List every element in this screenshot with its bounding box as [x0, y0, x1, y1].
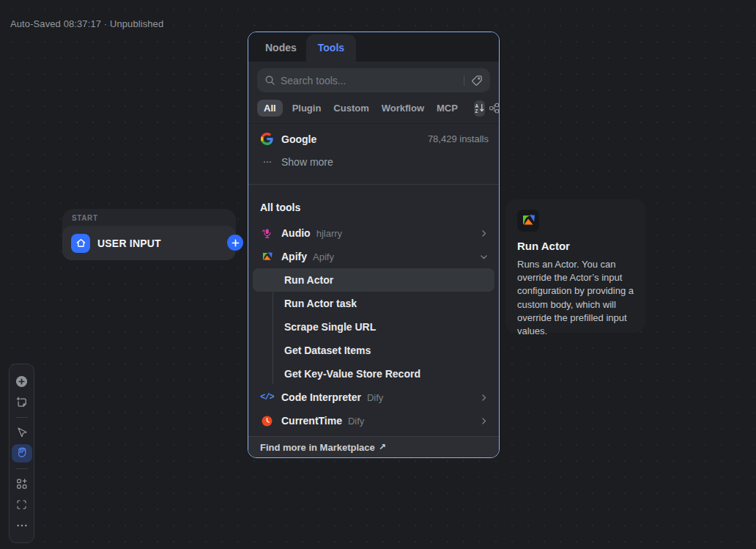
- all-tools-header: All tools: [248, 196, 499, 218]
- tree-view-button[interactable]: [489, 100, 500, 117]
- tab-tools[interactable]: Tools: [306, 34, 356, 62]
- external-link-arrow-icon: ↗: [379, 442, 386, 452]
- organize-blocks-button[interactable]: [12, 475, 32, 493]
- tool-author: Dify: [348, 416, 364, 427]
- search-icon: [264, 75, 275, 86]
- panel-tabs: Nodes Tools: [248, 32, 499, 62]
- tool-row-currenttime[interactable]: CurrentTime Dify: [248, 409, 499, 432]
- tool-row-code-interpreter[interactable]: </> Code Interpreter Dify: [248, 386, 499, 409]
- hand-icon: [15, 447, 28, 460]
- canvas-toolbar[interactable]: [9, 364, 34, 543]
- filter-mcp[interactable]: MCP: [437, 103, 458, 114]
- filter-custom[interactable]: Custom: [333, 103, 368, 114]
- node-title: USER INPUT: [97, 237, 161, 249]
- autosave-status: Auto-Saved 08:37:17 · Unpublished: [10, 18, 163, 29]
- hand-mode-button[interactable]: [12, 444, 32, 462]
- search-box[interactable]: [257, 68, 490, 92]
- footer-label: Find more in Marketplace: [260, 442, 375, 453]
- pointer-icon: [15, 427, 28, 439]
- fit-view-icon: [15, 498, 28, 511]
- search-input[interactable]: [281, 75, 459, 86]
- plus-icon: [231, 239, 240, 247]
- filter-all[interactable]: All: [257, 100, 283, 117]
- sort-az-button[interactable]: A Z: [474, 100, 485, 117]
- organize-icon: [15, 477, 29, 490]
- plus-circle-icon: [15, 375, 29, 388]
- tab-nodes[interactable]: Nodes: [256, 34, 306, 62]
- sort-az-icon: A Z: [474, 103, 485, 114]
- tool-name: Audio: [281, 227, 311, 239]
- filter-workflow[interactable]: Workflow: [382, 103, 424, 114]
- tool-name: CurrentTime: [281, 415, 342, 427]
- tool-author: Dify: [367, 392, 383, 403]
- filter-row: All Plugin Custom Workflow MCP A Z: [248, 98, 499, 124]
- filter-plugin[interactable]: Plugin: [292, 103, 322, 114]
- add-node-button[interactable]: [12, 372, 32, 390]
- ellipsis-icon: [16, 523, 28, 528]
- show-more-label: Show more: [281, 156, 333, 168]
- tool-list[interactable]: Google 78,429 installs Show more All too…: [248, 124, 499, 436]
- ellipsis-icon: [260, 155, 274, 169]
- action-run-actor-task[interactable]: Run Actor task: [253, 292, 494, 315]
- svg-text:Z: Z: [475, 108, 478, 114]
- tree-view-icon: [489, 103, 500, 114]
- tool-author: Apify: [313, 251, 334, 262]
- toolbar-divider: [16, 417, 28, 418]
- audio-icon: [260, 226, 274, 240]
- marketplace-plugin-row[interactable]: Google 78,429 installs: [248, 128, 499, 150]
- home-icon: [71, 234, 90, 253]
- tool-row-audio[interactable]: Audio hjlarry: [248, 221, 499, 245]
- apify-actions-group: Run Actor Run Actor task Scrape Single U…: [248, 268, 499, 386]
- show-more-row[interactable]: Show more: [248, 150, 499, 173]
- start-group-label: START: [72, 214, 98, 222]
- tool-name: Apify: [281, 251, 307, 262]
- code-icon: </>: [260, 391, 274, 405]
- google-icon: [260, 132, 274, 146]
- workflow-canvas[interactable]: Auto-Saved 08:37:17 · Unpublished START …: [0, 0, 756, 549]
- add-note-icon: [15, 396, 29, 409]
- tooltip-title: Run Actor: [517, 240, 634, 252]
- add-next-node-button[interactable]: [227, 235, 243, 251]
- more-options-button[interactable]: [12, 517, 32, 534]
- search-divider: [464, 75, 464, 86]
- tool-name: Code Interpreter: [281, 391, 361, 403]
- user-input-node[interactable]: USER INPUT: [62, 226, 236, 260]
- marketplace-footer-link[interactable]: Find more in Marketplace ↗: [248, 436, 499, 457]
- chevron-right-icon: [479, 416, 489, 426]
- tool-author: hjlarry: [316, 228, 342, 239]
- tool-detail-tooltip: Run Actor Runs an Actor. You can overrid…: [505, 199, 645, 333]
- tooltip-description: Runs an Actor. You can override the Acto…: [517, 258, 634, 338]
- clock-icon: [260, 414, 274, 428]
- plugin-name: Google: [281, 133, 316, 145]
- apify-icon: [260, 250, 274, 264]
- start-node-group[interactable]: START USER INPUT: [62, 209, 236, 260]
- svg-text:A: A: [475, 103, 478, 108]
- chevron-down-icon: [479, 252, 489, 262]
- tool-row-webscraper[interactable]: WebScraper Dify: [248, 432, 499, 436]
- chevron-right-icon: [479, 393, 489, 402]
- tools-panel: Nodes Tools All Plugin Custom Workflow M…: [248, 32, 500, 458]
- action-get-dataset-items[interactable]: Get Dataset Items: [253, 339, 494, 362]
- action-get-kv-store-record[interactable]: Get Key-Value Store Record: [253, 362, 494, 386]
- pointer-mode-button[interactable]: [12, 424, 32, 441]
- action-run-actor[interactable]: Run Actor: [253, 268, 494, 292]
- tag-filter-icon[interactable]: [471, 75, 483, 86]
- section-divider: [248, 184, 499, 185]
- add-note-button[interactable]: [12, 393, 32, 410]
- chevron-right-icon: [479, 229, 489, 238]
- apify-icon: [517, 210, 539, 232]
- action-scrape-single-url[interactable]: Scrape Single URL: [253, 315, 494, 339]
- toolbar-divider: [16, 468, 28, 469]
- fit-view-button[interactable]: [12, 495, 32, 513]
- install-count: 78,429 installs: [428, 133, 489, 144]
- tool-row-apify[interactable]: Apify Apify: [248, 245, 499, 268]
